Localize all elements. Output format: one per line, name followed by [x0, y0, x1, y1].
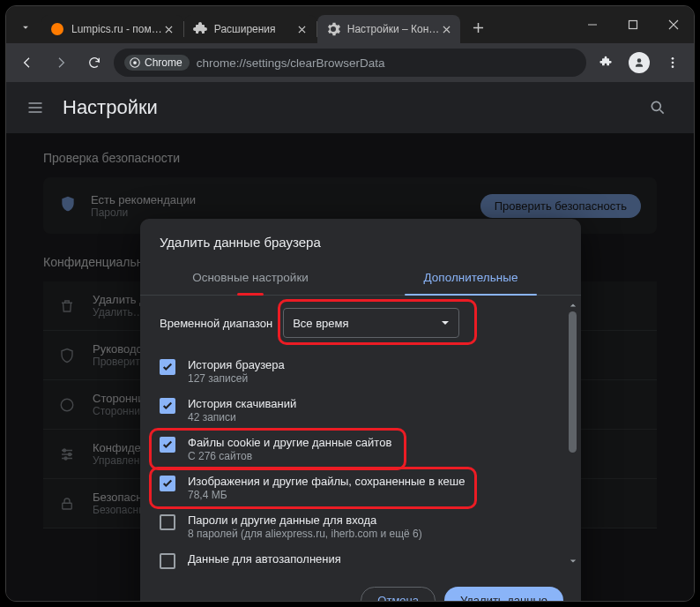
gear-icon	[326, 22, 340, 36]
item-history[interactable]: История браузера127 записей	[160, 352, 562, 391]
svg-point-7	[652, 101, 660, 110]
tab-title: Расширения	[214, 23, 295, 35]
maximize-button[interactable]	[613, 6, 653, 43]
avatar	[629, 52, 650, 73]
close-icon[interactable]	[295, 22, 309, 36]
forward-button[interactable]	[47, 49, 75, 77]
extensions-button[interactable]	[592, 49, 620, 77]
back-button[interactable]	[13, 49, 41, 77]
favicon-lumpics	[50, 22, 64, 36]
chip-label: Chrome	[145, 56, 182, 69]
time-range-select[interactable]: Все время	[283, 308, 459, 338]
new-tab-button[interactable]	[465, 15, 490, 40]
item-passwords[interactable]: Пароли и другие данные для входа8 пароле…	[160, 507, 562, 546]
svg-rect-1	[629, 21, 637, 29]
svg-point-6	[672, 65, 674, 68]
tab-settings[interactable]: Настройки – Кон…	[317, 15, 460, 43]
scrollbar[interactable]	[569, 301, 577, 566]
page-header: Настройки	[6, 82, 694, 133]
browser-window: Lumpics.ru - пом… Расширения Настройки –…	[5, 5, 695, 602]
tab-basic[interactable]: Основные настройки	[140, 262, 361, 295]
dialog-actions: Отмена Удалить данные	[140, 574, 581, 601]
checkbox[interactable]	[160, 553, 175, 569]
checkbox[interactable]	[160, 359, 175, 375]
item-cache[interactable]: Изображения и другие файлы, сохраненные …	[160, 468, 562, 507]
item-cookies[interactable]: Файлы cookie и другие данные сайтовС 276…	[160, 430, 562, 468]
select-value: Все время	[293, 317, 348, 330]
checkbox[interactable]	[160, 437, 175, 453]
close-icon[interactable]	[439, 22, 453, 36]
tab-lumpics[interactable]: Lumpics.ru - пом…	[41, 15, 183, 43]
svg-point-5	[672, 62, 674, 64]
puzzle-icon	[193, 22, 207, 36]
dialog-tabs: Основные настройки Дополнительные	[140, 262, 581, 296]
dialog-body: Временной диапазон Все время История бра…	[140, 296, 581, 574]
url-text: chrome://settings/clearBrowserData	[197, 56, 385, 70]
window-controls	[572, 6, 694, 43]
profile-button[interactable]	[625, 49, 653, 77]
settings-page: Настройки Проверка безопасности Есть рек…	[6, 82, 694, 601]
chevron-down-icon	[441, 318, 450, 327]
clear-data-dialog: Удалить данные браузера Основные настрой…	[140, 219, 581, 601]
cancel-button[interactable]: Отмена	[361, 587, 436, 601]
search-icon[interactable]	[646, 96, 669, 119]
tab-extensions[interactable]: Расширения	[184, 15, 316, 43]
reload-button[interactable]	[80, 49, 108, 77]
scroll-up-icon[interactable]	[569, 301, 577, 310]
svg-point-0	[51, 23, 63, 35]
minimize-button[interactable]	[572, 6, 613, 43]
tab-advanced[interactable]: Дополнительные	[361, 262, 581, 295]
confirm-button[interactable]: Удалить данные	[444, 587, 563, 601]
tab-search-button[interactable]	[13, 15, 38, 40]
chrome-chip: Chrome	[124, 55, 190, 71]
scroll-thumb[interactable]	[569, 311, 577, 453]
time-range-label: Временной диапазон	[160, 317, 272, 330]
checkbox[interactable]	[160, 514, 175, 530]
scroll-down-icon[interactable]	[569, 557, 577, 566]
tab-title: Lumpics.ru - пом…	[71, 23, 162, 35]
page-title: Настройки	[63, 96, 158, 119]
menu-icon[interactable]	[24, 96, 47, 119]
tab-strip: Lumpics.ru - пом… Расширения Настройки –…	[6, 6, 694, 43]
close-icon[interactable]	[162, 22, 176, 36]
svg-point-4	[672, 57, 674, 60]
dialog-title: Удалить данные браузера	[140, 219, 581, 262]
svg-point-3	[133, 61, 137, 64]
menu-button[interactable]	[659, 49, 687, 77]
tab-title: Настройки – Кон…	[347, 23, 439, 35]
close-window-button[interactable]	[653, 6, 694, 43]
checkbox[interactable]	[160, 398, 175, 414]
toolbar: Chrome chrome://settings/clearBrowserDat…	[6, 43, 694, 82]
item-autofill[interactable]: Данные для автозаполнения	[160, 546, 562, 569]
omnibox[interactable]: Chrome chrome://settings/clearBrowserDat…	[114, 49, 586, 77]
checkbox[interactable]	[160, 476, 175, 491]
item-downloads[interactable]: История скачиваний42 записи	[160, 391, 562, 430]
time-range-row: Временной диапазон Все время	[160, 308, 562, 338]
